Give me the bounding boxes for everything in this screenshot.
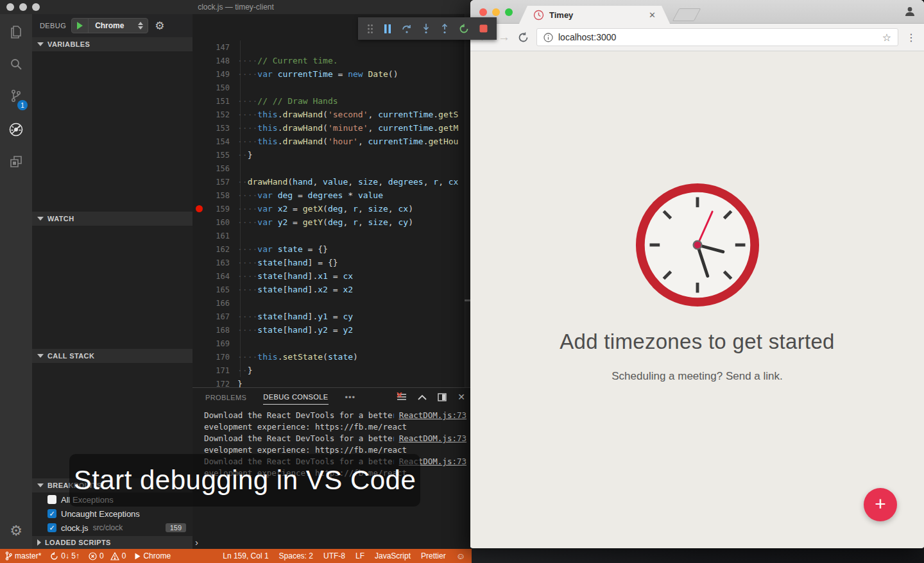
step-into-button[interactable] bbox=[422, 24, 430, 34]
code-line[interactable]: 147 bbox=[193, 40, 472, 54]
url-text[interactable]: localhost:3000 bbox=[558, 32, 877, 42]
chevron-updown-icon bbox=[133, 22, 148, 29]
code-line[interactable]: 168····state[hand].y2 = y2 bbox=[193, 323, 472, 337]
new-tab-button[interactable] bbox=[672, 8, 701, 21]
chrome-menu-icon[interactable]: ⋮ bbox=[906, 31, 916, 44]
section-variables[interactable]: VARIABLES bbox=[32, 37, 193, 51]
tab-problems[interactable]: PROBLEMS bbox=[205, 390, 246, 405]
code-line[interactable]: 153····this.drawHand('minute', currentTi… bbox=[193, 121, 472, 135]
code-line[interactable]: 161 bbox=[193, 229, 472, 242]
extensions-icon[interactable] bbox=[0, 147, 32, 176]
zoom-window-button[interactable] bbox=[505, 8, 513, 16]
profile-icon[interactable] bbox=[903, 5, 916, 18]
launch-config-select[interactable]: Chrome bbox=[71, 18, 148, 33]
add-timezone-button[interactable]: + bbox=[864, 488, 897, 521]
code-line[interactable]: 157··drawHand(hand, value, size, degrees… bbox=[193, 175, 472, 189]
search-icon[interactable] bbox=[0, 50, 32, 78]
code-line[interactable]: 151····// // Draw Hands bbox=[193, 94, 472, 108]
code-line[interactable]: 165····state[hand].x2 = x2 bbox=[193, 283, 472, 296]
step-out-button[interactable] bbox=[441, 24, 449, 34]
line-number: 156 bbox=[200, 162, 230, 176]
section-loaded-scripts[interactable]: LOADED SCRIPTS bbox=[32, 536, 193, 549]
status-item[interactable]: JavaScript bbox=[375, 551, 411, 560]
status-item[interactable]: Ln 159, Col 1 bbox=[223, 551, 268, 560]
code-line[interactable]: 160····var y2 = getY(deg, r, size, cy) bbox=[193, 215, 472, 229]
sync-status[interactable]: 0↓ 5↑ bbox=[50, 551, 80, 560]
breakpoint-checkbox[interactable] bbox=[47, 495, 56, 504]
code-line[interactable]: 155··} bbox=[193, 148, 472, 162]
pause-button[interactable] bbox=[384, 24, 391, 33]
close-window-button[interactable] bbox=[479, 8, 487, 16]
drag-grip-icon[interactable] bbox=[367, 24, 373, 34]
breakpoint-checkbox[interactable]: ✓ bbox=[47, 509, 56, 518]
code-line[interactable]: 159····var x2 = getX(deg, r, size, cx) bbox=[193, 202, 472, 215]
code-line[interactable]: 150 bbox=[193, 81, 472, 94]
status-item[interactable]: LF bbox=[355, 551, 364, 560]
breakpoint-row[interactable]: ✓Uncaught Exceptions bbox=[32, 507, 193, 521]
maximize-panel-icon[interactable] bbox=[418, 394, 427, 400]
debug-icon[interactable] bbox=[0, 115, 32, 144]
debug-target-status[interactable]: Chrome bbox=[135, 551, 171, 560]
source-control-icon[interactable]: 1 bbox=[0, 82, 32, 110]
step-over-button[interactable] bbox=[402, 24, 412, 34]
code-line[interactable]: 152····this.drawHand('second', currentTi… bbox=[193, 108, 472, 121]
minimize-window-button[interactable] bbox=[19, 3, 27, 11]
code-line[interactable]: 163····state[hand] = {} bbox=[193, 256, 472, 269]
settings-gear-icon[interactable]: ⚙ bbox=[0, 518, 32, 544]
section-call-stack[interactable]: CALL STACK bbox=[32, 349, 193, 363]
desktop: clock.js — timey-client bbox=[0, 0, 924, 563]
problems-status[interactable]: 0 0 bbox=[89, 551, 126, 560]
code-line[interactable]: 148····// Current time. bbox=[193, 54, 472, 67]
breakpoint-row[interactable]: ✓clock.jssrc/clock159 bbox=[32, 521, 193, 535]
address-bar[interactable]: localhost:3000 ☆ bbox=[536, 28, 898, 46]
zoom-window-button[interactable] bbox=[32, 3, 40, 11]
code-line[interactable]: 164····state[hand].x1 = cx bbox=[193, 269, 472, 283]
minimize-window-button[interactable] bbox=[492, 8, 500, 16]
vscode-titlebar[interactable]: clock.js — timey-client bbox=[0, 0, 472, 14]
configure-gear-icon[interactable]: ⚙ bbox=[155, 19, 164, 33]
console-message: Download the React DevTools for a better… bbox=[204, 410, 394, 421]
stop-button[interactable] bbox=[479, 24, 488, 33]
git-branch-status[interactable]: master* bbox=[5, 551, 41, 560]
browser-tab[interactable]: Timey ✕ bbox=[519, 6, 670, 24]
explorer-icon[interactable] bbox=[0, 18, 32, 46]
code-area[interactable]: 147148····// Current time.149····var cur… bbox=[193, 14, 472, 387]
forward-button[interactable]: → bbox=[498, 30, 510, 44]
code-line[interactable]: 167····state[hand].y1 = cy bbox=[193, 310, 472, 323]
code-line[interactable]: 171··} bbox=[193, 364, 472, 377]
site-info-icon[interactable] bbox=[543, 33, 553, 42]
line-number: 149 bbox=[200, 68, 230, 81]
breakpoint-dot[interactable] bbox=[196, 205, 203, 212]
status-item[interactable]: UTF-8 bbox=[323, 551, 345, 560]
code-line[interactable]: 170····this.setState(state) bbox=[193, 350, 472, 364]
tab-debug-console[interactable]: DEBUG CONSOLE bbox=[263, 389, 328, 405]
breakpoint-checkbox[interactable]: ✓ bbox=[47, 523, 56, 532]
code-line[interactable]: 169 bbox=[193, 337, 472, 350]
code-line[interactable]: 154····this.drawHand('hour', currentTime… bbox=[193, 135, 472, 148]
status-item[interactable]: Spaces: 2 bbox=[279, 551, 313, 560]
clear-console-icon[interactable] bbox=[397, 392, 407, 401]
caption-overlay: Start debugging in VS Code bbox=[69, 454, 420, 507]
console-source-link[interactable]: ReactDOM.js:73 bbox=[399, 410, 466, 421]
section-watch[interactable]: WATCH bbox=[32, 212, 193, 226]
code-line[interactable]: 166 bbox=[193, 296, 472, 310]
close-panel-icon[interactable]: ✕ bbox=[458, 392, 465, 402]
start-debug-icon[interactable] bbox=[72, 19, 89, 33]
console-source-link[interactable]: ReactDOM.js:73 bbox=[399, 433, 466, 444]
panel-layout-icon[interactable] bbox=[438, 393, 447, 401]
bookmark-star-icon[interactable]: ☆ bbox=[882, 31, 891, 44]
code-line[interactable]: 158····var deg = degrees * value bbox=[193, 189, 472, 202]
chevron-right-icon[interactable]: › bbox=[195, 537, 198, 548]
close-tab-icon[interactable]: ✕ bbox=[649, 10, 656, 20]
feedback-smiley-icon[interactable]: ☺ bbox=[456, 551, 465, 561]
restart-button[interactable] bbox=[459, 24, 469, 34]
close-window-button[interactable] bbox=[6, 3, 14, 11]
reload-button[interactable] bbox=[518, 32, 529, 43]
code-line[interactable]: 172} bbox=[193, 377, 472, 387]
panel-more-icon[interactable]: ••• bbox=[345, 392, 356, 402]
variables-body bbox=[32, 51, 193, 212]
code-line[interactable]: 156 bbox=[193, 162, 472, 175]
status-item[interactable]: Prettier bbox=[421, 551, 446, 560]
code-line[interactable]: 162····var state = {} bbox=[193, 242, 472, 256]
code-line[interactable]: 149····var currentTime = new Date() bbox=[193, 67, 472, 81]
